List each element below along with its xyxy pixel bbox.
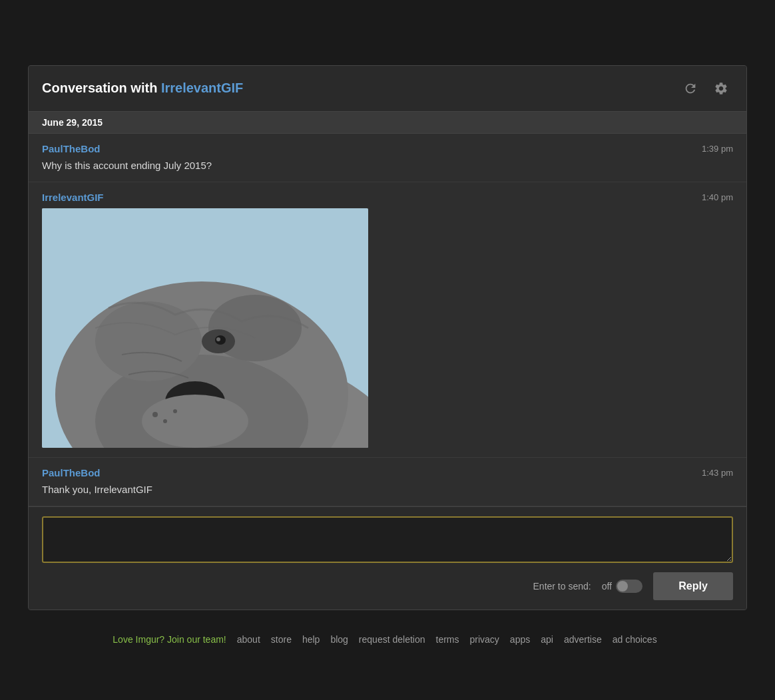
message-row: PaulTheBod 1:39 pm Why is this account e… <box>29 134 746 182</box>
footer-link-terms[interactable]: terms <box>436 634 459 645</box>
svg-point-15 <box>216 337 220 341</box>
message-text: Thank you, IrrelevantGIF <box>42 482 733 496</box>
svg-point-4 <box>95 301 202 381</box>
header-icons <box>678 77 733 100</box>
footer-link-advertise[interactable]: advertise <box>564 634 602 645</box>
walrus-image <box>42 208 368 448</box>
conversation-title: Conversation with IrrelevantGIF <box>42 81 243 96</box>
message-username[interactable]: PaulTheBod <box>42 143 101 154</box>
footer-link-apps[interactable]: apps <box>510 634 530 645</box>
svg-point-12 <box>152 412 158 417</box>
settings-button[interactable] <box>709 77 733 100</box>
reply-controls: Enter to send: off Reply <box>42 572 733 600</box>
message-header: IrrelevantGIF 1:40 pm <box>42 192 733 203</box>
gear-icon <box>714 81 728 96</box>
footer-link-ad-choices[interactable]: ad choices <box>613 634 657 645</box>
reply-input[interactable] <box>42 516 733 563</box>
message-list: PaulTheBod 1:39 pm Why is this account e… <box>29 134 746 506</box>
date-bar: June 29, 2015 <box>29 112 746 134</box>
title-prefix: Conversation with <box>42 81 161 95</box>
message-username[interactable]: IrrelevantGIF <box>42 192 104 203</box>
enter-to-send-label: Enter to send: <box>533 581 591 592</box>
footer-link-request-deletion[interactable]: request deletion <box>359 634 425 645</box>
svg-point-13 <box>163 419 167 423</box>
toggle-knob <box>617 581 628 592</box>
enter-to-send-toggle[interactable] <box>616 580 643 593</box>
message-time: 1:40 pm <box>702 192 733 202</box>
message-header: PaulTheBod 1:43 pm <box>42 467 733 478</box>
reply-area: Enter to send: off Reply <box>29 506 746 610</box>
svg-point-11 <box>142 395 248 448</box>
message-text: Why is this account ending July 2015? <box>42 158 733 172</box>
message-time: 1:43 pm <box>702 468 733 478</box>
message-header: PaulTheBod 1:39 pm <box>42 143 733 154</box>
message-row: PaulTheBod 1:43 pm Thank you, Irrelevant… <box>29 458 746 506</box>
conversation-header: Conversation with IrrelevantGIF <box>29 66 746 112</box>
message-image <box>42 208 368 448</box>
footer-bar: Love Imgur? Join our team! about store h… <box>0 623 775 655</box>
date-label: June 29, 2015 <box>42 117 103 128</box>
svg-point-14 <box>173 409 177 413</box>
reply-button[interactable]: Reply <box>653 572 733 600</box>
refresh-button[interactable] <box>678 77 702 100</box>
footer-love-text: Love Imgur? Join our team! <box>113 634 226 645</box>
title-username: IrrelevantGIF <box>161 81 243 95</box>
footer-link-privacy[interactable]: privacy <box>470 634 499 645</box>
page-wrapper: Conversation with IrrelevantGIF June 29,… <box>0 0 775 700</box>
footer-link-help[interactable]: help <box>302 634 320 645</box>
refresh-icon <box>683 81 698 96</box>
footer-link-about[interactable]: about <box>237 634 260 645</box>
toggle-container[interactable]: off <box>602 580 643 593</box>
footer-link-api[interactable]: api <box>541 634 553 645</box>
conversation-box: Conversation with IrrelevantGIF June 29,… <box>28 65 747 610</box>
toggle-off-label: off <box>602 581 612 592</box>
footer-link-store[interactable]: store <box>271 634 292 645</box>
message-row: IrrelevantGIF 1:40 pm <box>29 182 746 458</box>
message-time: 1:39 pm <box>702 144 733 154</box>
message-username[interactable]: PaulTheBod <box>42 467 101 478</box>
footer-link-blog[interactable]: blog <box>330 634 348 645</box>
